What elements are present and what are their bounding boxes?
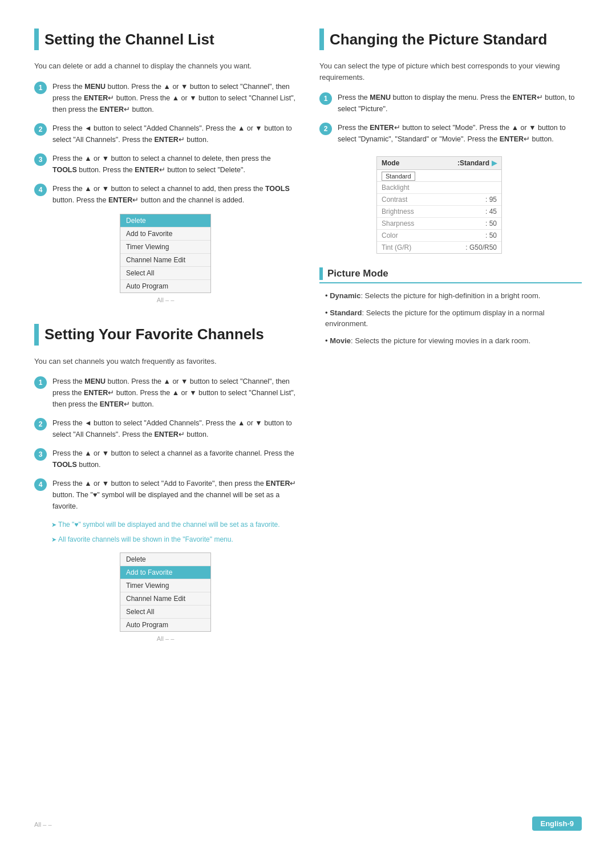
- fav-step-3: 3 Press the ▲ or ▼ button to select a ch…: [34, 448, 297, 470]
- fav-menu-hint: All – –: [34, 635, 297, 642]
- step-num-4: 4: [34, 184, 47, 196]
- picture-mode-dynamic: Dynamic: Selects the picture for high-de…: [319, 290, 582, 302]
- mode-dropdown-value: Standard: [382, 172, 415, 181]
- channel-menu-hint: All – –: [34, 296, 297, 303]
- pic-step-text-2: Press the ENTER↵ button to select "Mode"…: [338, 122, 582, 145]
- channel-list-header: Setting the Channel List: [34, 29, 297, 50]
- fav-menu-item-auto-prog: Auto Program: [120, 619, 210, 631]
- fav-menu-item-add-fav: Add to Favorite: [120, 566, 210, 579]
- brightness-row: Brightness : 45: [377, 206, 501, 218]
- favorite-desc: You can set channels you watch frequentl…: [34, 356, 297, 367]
- menu-item-add-fav: Add to Favorite: [120, 228, 210, 241]
- step-num-2: 2: [34, 123, 47, 136]
- channel-list-section: Setting the Channel List You can delete …: [34, 29, 297, 303]
- picture-standard-title: Changing the Picture Standard: [330, 31, 547, 48]
- fav-menu-item-delete: Delete: [120, 553, 210, 566]
- picture-standard-header: Changing the Picture Standard: [319, 29, 582, 50]
- color-row: Color : 50: [377, 230, 501, 242]
- picture-standard-bar: [319, 29, 324, 50]
- menu-item-select-all: Select All: [120, 267, 210, 280]
- channel-list-desc: You can delete or add a channel to displ…: [34, 60, 297, 72]
- step-num-3: 3: [34, 153, 47, 166]
- fav-step-num-4: 4: [34, 478, 47, 491]
- menu-item-timer: Timer Viewing: [120, 241, 210, 254]
- pic-step-2: 2 Press the ENTER↵ button to select "Mod…: [319, 122, 582, 145]
- color-value: : 50: [485, 231, 497, 239]
- step-text-3: Press the ▲ or ▼ button to select a chan…: [52, 153, 297, 176]
- picture-table-container: Mode :Standard ▶ Standard Backlight: [348, 156, 582, 254]
- channel-list-title: Setting the Channel List: [44, 31, 214, 48]
- step-num-1: 1: [34, 82, 47, 94]
- arrow-right-icon: ▶: [492, 159, 497, 167]
- fav-step-text-1: Press the MENU button. Press the ▲ or ▼ …: [52, 376, 297, 410]
- color-label: Color: [382, 231, 398, 239]
- mode-value: :Standard ▶: [457, 159, 497, 167]
- brightness-label: Brightness: [382, 208, 414, 216]
- pic-step-text-1: Press the MENU button to display the men…: [338, 92, 582, 115]
- contrast-label: Contrast: [382, 196, 407, 204]
- sharpness-label: Sharpness: [382, 220, 414, 228]
- picture-mode-bar: [319, 267, 323, 280]
- tint-label: Tint (G/R): [382, 243, 411, 251]
- favorite-bar: [34, 324, 39, 346]
- fav-step-2: 2 Press the ◄ button to select "Added Ch…: [34, 417, 297, 440]
- pic-step-num-1: 1: [319, 92, 332, 105]
- fav-note-1: The "♥" symbol will be displayed and the…: [51, 519, 297, 530]
- favorite-channels-section: Setting Your Favorite Channels You can s…: [34, 324, 297, 643]
- menu-item-auto-prog: Auto Program: [120, 280, 210, 292]
- favorite-header: Setting Your Favorite Channels: [34, 324, 297, 346]
- brightness-value: : 45: [485, 208, 497, 216]
- right-column: Changing the Picture Standard You can se…: [319, 29, 582, 811]
- menu-item-delete: Delete: [120, 214, 210, 228]
- sharpness-row: Sharpness : 50: [377, 218, 501, 230]
- fav-step-text-2: Press the ◄ button to select "Added Chan…: [52, 417, 297, 440]
- mode-dropdown-row: Standard: [377, 170, 501, 182]
- backlight-label: Backlight: [382, 184, 410, 192]
- step-text-1: Press the MENU button. Press the ▲ or ▼ …: [52, 81, 297, 115]
- fav-menu-box: Delete Add to Favorite Timer Viewing Cha…: [120, 552, 211, 632]
- picture-mode-section: Picture Mode Dynamic: Selects the pictur…: [319, 267, 582, 346]
- fav-step-num-3: 3: [34, 448, 47, 461]
- footer: English-9: [532, 819, 582, 828]
- channel-list-bar: [34, 29, 39, 50]
- tint-row: Tint (G/R) : G50/R50: [377, 242, 501, 253]
- footer-badge: English-9: [532, 816, 582, 831]
- fav-step-text-3: Press the ▲ or ▼ button to select a chan…: [52, 448, 297, 470]
- left-column: Setting the Channel List You can delete …: [34, 29, 297, 811]
- fav-step-num-2: 2: [34, 418, 47, 430]
- pic-step-num-2: 2: [319, 123, 332, 135]
- channel-step-4: 4 Press the ▲ or ▼ button to select a ch…: [34, 183, 297, 206]
- tint-value: : G50/R50: [465, 243, 497, 251]
- page: Setting the Channel List You can delete …: [0, 0, 616, 845]
- channel-step-1: 1 Press the MENU button. Press the ▲ or …: [34, 81, 297, 115]
- fav-step-num-1: 1: [34, 376, 47, 389]
- picture-table: Mode :Standard ▶ Standard Backlight: [376, 156, 502, 254]
- channel-step-2: 2 Press the ◄ button to select "Added Ch…: [34, 123, 297, 145]
- footer-hint-left: All – –: [34, 821, 52, 828]
- picture-mode-header: Picture Mode: [319, 267, 582, 283]
- mode-text: :Standard: [457, 159, 489, 167]
- picture-standard-desc: You can select the type of picture which…: [319, 60, 582, 83]
- fav-step-text-4: Press the ▲ or ▼ button to select "Add t…: [52, 478, 297, 512]
- channel-step-3: 3 Press the ▲ or ▼ button to select a ch…: [34, 153, 297, 176]
- picture-table-header: Mode :Standard ▶: [377, 157, 501, 170]
- step-text-2: Press the ◄ button to select "Added Chan…: [52, 123, 297, 145]
- sharpness-value: : 50: [485, 220, 497, 228]
- picture-mode-title: Picture Mode: [327, 268, 388, 279]
- picture-mode-standard: Standard: Selects the picture for the op…: [319, 307, 582, 330]
- fav-menu-item-name-edit: Channel Name Edit: [120, 592, 210, 606]
- fav-step-4: 4 Press the ▲ or ▼ button to select "Add…: [34, 478, 297, 512]
- contrast-value: : 95: [485, 196, 497, 204]
- backlight-row: Backlight: [377, 182, 501, 194]
- step-text-4: Press the ▲ or ▼ button to select a chan…: [52, 183, 297, 206]
- menu-item-name-edit: Channel Name Edit: [120, 254, 210, 267]
- fav-menu-item-timer: Timer Viewing: [120, 579, 210, 592]
- picture-standard-section: Changing the Picture Standard You can se…: [319, 29, 582, 346]
- favorite-title: Setting Your Favorite Channels: [44, 326, 264, 343]
- mode-label: Mode: [382, 159, 399, 167]
- fav-note-2: All favorite channels will be shown in t…: [51, 534, 297, 545]
- channel-menu-box: Delete Add to Favorite Timer Viewing Cha…: [120, 214, 211, 293]
- picture-mode-movie: Movie: Selects the picture for viewing m…: [319, 335, 582, 347]
- contrast-row: Contrast : 95: [377, 194, 501, 206]
- fav-step-1: 1 Press the MENU button. Press the ▲ or …: [34, 376, 297, 410]
